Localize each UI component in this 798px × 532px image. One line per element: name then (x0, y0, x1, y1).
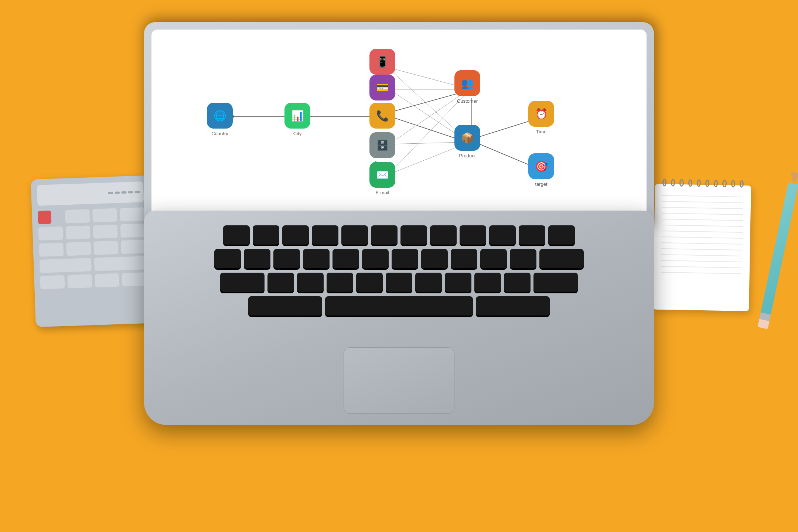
svg-line-1 (395, 92, 462, 111)
svg-line-9 (393, 93, 463, 141)
svg-line-2 (395, 118, 462, 140)
key-shift-l[interactable] (220, 273, 265, 292)
key-a[interactable] (214, 249, 241, 268)
laptop-base (144, 211, 654, 425)
svg-line-8 (393, 92, 462, 138)
calc-btn-3[interactable] (120, 207, 144, 221)
diagram: 📱 Social 💳 Pay 📞 Service (151, 30, 647, 218)
key-r[interactable] (312, 225, 338, 245)
calc-btn-9[interactable] (66, 242, 91, 256)
key-bracket-l[interactable] (519, 225, 545, 245)
svg-line-15 (480, 144, 535, 167)
pencil-tip (788, 171, 798, 184)
calculator-buttons (38, 207, 147, 289)
key-k[interactable] (421, 249, 448, 268)
calc-btn-clear[interactable] (38, 211, 51, 224)
key-w[interactable] (253, 225, 279, 245)
key-s[interactable] (244, 249, 270, 268)
icon-product-label: Product (459, 153, 476, 158)
calc-btn-equals[interactable] (94, 256, 146, 271)
key-g[interactable] (332, 249, 359, 268)
icon-email: ✉️ E-mail (369, 162, 395, 195)
key-f[interactable] (303, 249, 330, 268)
key-bracket-r[interactable] (548, 225, 575, 245)
icon-target-label: target (535, 181, 547, 187)
calc-btn-plus[interactable] (40, 258, 92, 273)
icon-product: 📦 Product (454, 125, 480, 158)
trackpad[interactable] (344, 347, 454, 414)
key-l[interactable] (451, 249, 477, 268)
calc-btn-5[interactable] (66, 225, 91, 239)
key-j[interactable] (392, 249, 418, 268)
calc-btn-4[interactable] (38, 226, 63, 241)
key-b[interactable] (386, 273, 412, 292)
key-fn-ctrl[interactable] (248, 296, 322, 316)
calc-btn-minus[interactable] (40, 275, 65, 289)
icon-time: ⏰ Time (528, 101, 554, 134)
calc-btn-6[interactable] (93, 225, 118, 239)
icon-target: 🎯 target (528, 153, 554, 187)
icon-email-label: E-mail (376, 190, 389, 195)
calc-btn-0[interactable] (93, 241, 118, 255)
icon-customer-label: Customer (457, 98, 478, 104)
notepad-lines (653, 184, 751, 282)
calc-btn-7[interactable] (120, 224, 145, 238)
keyboard-rows (174, 225, 624, 316)
calc-btn-dot[interactable] (121, 240, 146, 254)
icon-time-label: Time (536, 129, 546, 134)
svg-line-5 (392, 68, 464, 88)
key-i[interactable] (430, 225, 457, 245)
key-t[interactable] (341, 225, 368, 245)
notepad (653, 184, 751, 311)
calculator (31, 175, 154, 327)
svg-line-10 (393, 142, 462, 144)
key-z[interactable] (267, 273, 294, 292)
key-semi[interactable] (480, 249, 507, 268)
calc-btn-8[interactable] (39, 243, 64, 257)
svg-line-12 (392, 145, 462, 173)
key-c[interactable] (327, 273, 353, 292)
calculator-screen (37, 181, 144, 206)
laptop-screen: 📱 Social 💳 Pay 📞 Service (151, 30, 647, 218)
keyboard-area (174, 225, 624, 336)
key-o[interactable] (460, 225, 486, 245)
key-v[interactable] (356, 273, 383, 292)
key-p[interactable] (489, 225, 516, 245)
key-cmd-r[interactable] (476, 296, 550, 316)
icon-storage: 🗄️ Storage (369, 132, 395, 166)
key-y[interactable] (371, 225, 398, 245)
key-comma[interactable] (474, 273, 501, 292)
key-shift-r[interactable] (533, 273, 578, 292)
icon-city: 📊 City (284, 103, 310, 136)
key-d[interactable] (273, 249, 300, 268)
svg-line-6 (392, 71, 463, 136)
icon-customer: 👥 Customer (454, 70, 480, 104)
key-space[interactable] (325, 296, 473, 316)
key-n[interactable] (415, 273, 442, 292)
calc-btn-1[interactable] (65, 209, 90, 223)
key-x[interactable] (297, 273, 324, 292)
icon-country: 🌐 Country (207, 103, 233, 136)
icon-country-label: Country (211, 131, 228, 136)
calc-btn-div[interactable] (95, 273, 119, 287)
svg-line-11 (392, 96, 464, 171)
key-return[interactable] (539, 249, 584, 268)
calc-btn-mul[interactable] (67, 274, 92, 288)
key-m[interactable] (445, 273, 471, 292)
calc-btn-pct[interactable] (122, 272, 147, 286)
svg-line-14 (480, 119, 535, 137)
key-q[interactable] (223, 225, 250, 245)
key-e[interactable] (282, 225, 309, 245)
notepad-spiral (655, 179, 751, 190)
icon-service: 📞 Service (369, 103, 395, 136)
icon-city-label: City (293, 131, 301, 136)
key-u[interactable] (400, 225, 427, 245)
key-period[interactable] (504, 273, 531, 292)
laptop-screen-outer: 📱 Social 💳 Pay 📞 Service (144, 22, 654, 229)
key-h[interactable] (362, 249, 389, 268)
calc-btn-2[interactable] (92, 208, 117, 222)
key-quote[interactable] (510, 249, 536, 268)
